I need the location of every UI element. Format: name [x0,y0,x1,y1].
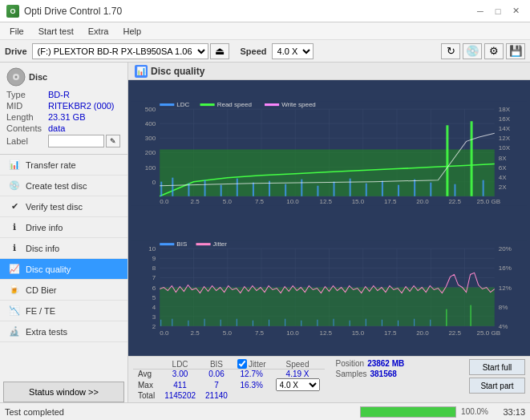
nav-verify-test-disc[interactable]: ✔ Verify test disc [0,196,127,217]
nav-fe-te-label: FE / TE [26,306,55,316]
nav-fe-te[interactable]: 📉 FE / TE [0,301,127,321]
svg-rect-34 [366,184,367,196]
svg-rect-31 [317,186,318,196]
jitter-label: Jitter [249,360,266,369]
svg-text:8X: 8X [499,155,507,162]
nav-drive-info-label: Drive info [26,223,63,232]
nav-create-test-disc[interactable]: 💿 Create test disc [0,176,127,196]
contents-label: Contents [6,123,48,133]
minimize-button[interactable]: ─ [472,4,488,18]
position-value: 23862 MB [367,359,404,368]
svg-rect-40 [454,184,455,196]
samples-value: 381568 [370,370,396,378]
disc-icon-button[interactable]: 💿 [463,43,482,59]
total-ldc: 1145202 [160,391,200,400]
svg-text:2X: 2X [499,184,507,191]
svg-rect-142 [196,243,210,245]
speed-select-cell: 4.0 X [271,378,325,391]
svg-rect-39 [446,125,448,196]
label-edit-button[interactable]: ✎ [106,135,120,147]
verify-test-icon: ✔ [8,200,21,213]
menu-help[interactable]: Help [116,25,148,38]
nav-cd-bier[interactable]: 🍺 CD Bier [0,280,127,301]
settings-button[interactable]: ⚙ [484,43,504,59]
svg-rect-41 [471,121,473,196]
refresh-button[interactable]: ↻ [441,43,460,59]
svg-text:4X: 4X [499,174,507,181]
stats-bar: LDC BIS Jitter Speed Avg 3.00 0.06 12.7% [128,356,530,402]
jitter-check-cell: Jitter [233,359,271,370]
disc-section-title: Disc [29,72,47,82]
svg-rect-73 [265,103,279,106]
svg-rect-22 [172,178,173,196]
samples-label: Samples [336,370,367,378]
status-window-button[interactable]: Status window >> [3,382,124,402]
svg-text:16X: 16X [499,115,511,123]
svg-text:7.5: 7.5 [255,198,265,205]
nav-disc-quality-label: Disc quality [26,265,71,274]
svg-text:22.5: 22.5 [448,329,461,337]
sidebar: Disc Type BD-R MID RITEKBR2 (000) Length… [0,63,128,402]
total-label: Total [133,391,160,400]
nav-create-test-label: Create test disc [26,181,87,191]
svg-text:2.5: 2.5 [190,198,200,205]
svg-rect-29 [285,184,286,196]
svg-text:9: 9 [152,255,156,262]
menu-extra[interactable]: Extra [82,25,115,38]
label-input[interactable] [48,135,104,147]
svg-text:4: 4 [152,304,156,311]
svg-text:12.5: 12.5 [319,329,332,337]
nav-drive-info[interactable]: ℹ Drive info [0,217,127,238]
test-speed-select[interactable]: 4.0 X [276,378,320,391]
svg-text:100: 100 [145,164,156,172]
save-button[interactable]: 💾 [506,43,525,59]
svg-text:5.0: 5.0 [223,329,233,337]
svg-text:12X: 12X [499,135,511,142]
panel-header: 📊 Disc quality [128,63,530,80]
position-info: Position 23862 MB Samples 381568 [336,359,405,378]
type-value: BD-R [48,90,70,99]
svg-text:22.5: 22.5 [448,198,461,205]
svg-text:Read speed: Read speed [217,101,252,108]
svg-rect-106 [334,319,334,326]
nav-verify-test-label: Verify test disc [26,202,83,212]
menu-starttest[interactable]: Start test [32,25,80,38]
jitter-checkbox[interactable] [237,359,247,369]
maximize-button[interactable]: □ [490,4,506,18]
svg-rect-114 [471,305,471,326]
svg-text:BIS: BIS [176,240,187,248]
ldc-header: LDC [160,359,200,370]
drive-select[interactable]: (F:) PLEXTOR BD-R PX-LB950SA 1.06 [32,43,208,59]
length-label: Length [6,112,48,122]
nav-disc-info-label: Disc info [26,244,59,253]
speed-select[interactable]: 4.0 X [272,43,314,59]
svg-text:0.0: 0.0 [160,198,169,205]
svg-text:7: 7 [152,274,156,281]
start-part-button[interactable]: Start part [469,378,525,394]
svg-rect-30 [301,180,302,196]
svg-rect-21 [160,182,162,196]
svg-rect-105 [317,320,318,326]
total-bis: 21140 [200,391,233,400]
svg-text:14X: 14X [499,125,511,132]
drive-info-icon: ℹ [8,221,21,234]
svg-rect-37 [414,180,415,196]
svg-rect-108 [366,319,366,326]
cd-bier-icon: 🍺 [8,284,21,297]
start-full-button[interactable]: Start full [469,359,525,375]
nav-transfer-rate[interactable]: 📊 Transfer rate [0,155,127,176]
svg-rect-110 [398,321,399,326]
progress-bar-fill [361,407,455,417]
nav-cd-bier-label: CD Bier [26,285,57,295]
sidebar-nav: 📊 Transfer rate 💿 Create test disc ✔ Ver… [0,155,127,378]
menu-file[interactable]: File [3,25,30,38]
nav-extra-tests[interactable]: 🔬 Extra tests [0,321,127,342]
eject-button[interactable]: ⏏ [210,43,229,59]
svg-rect-71 [200,103,215,106]
drive-label: Drive [5,46,27,56]
nav-disc-quality[interactable]: 📈 Disc quality [0,259,127,280]
close-button[interactable]: ✕ [508,4,524,18]
nav-disc-info[interactable]: ℹ Disc info [0,238,127,259]
svg-rect-98 [204,319,205,326]
svg-text:2.5: 2.5 [190,329,200,337]
